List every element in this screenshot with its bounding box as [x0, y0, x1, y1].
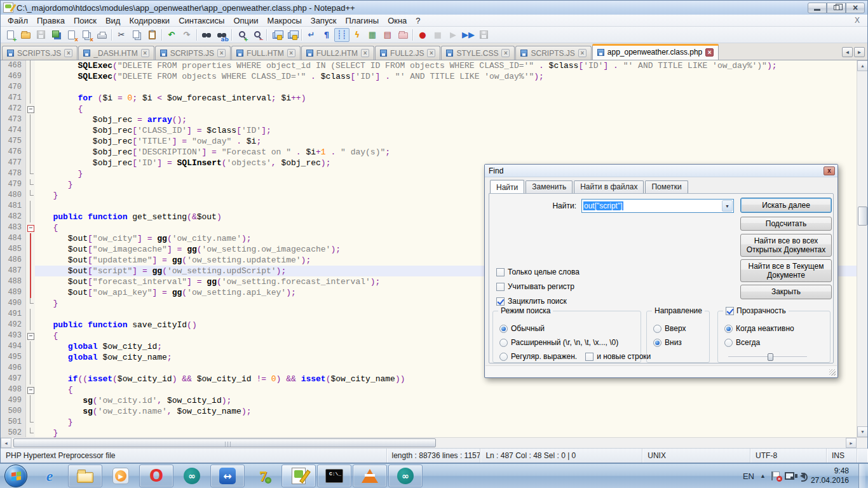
tab-SCRIPTS.JS[interactable]: SCRIPTS.JS×: [2, 46, 78, 60]
fold-margin[interactable]: [26, 125, 35, 136]
dialog-button-3[interactable]: Найти все во всех Открытых Документах: [740, 234, 832, 257]
fold-margin[interactable]: [26, 320, 35, 330]
taskbar-windows-explorer[interactable]: [68, 464, 102, 487]
fold-margin[interactable]: [26, 201, 35, 212]
tab-close-icon[interactable]: ×: [217, 49, 226, 57]
code-line-501[interactable]: 501 }: [1, 417, 857, 428]
scroll-left-icon[interactable]: ◄: [1, 438, 11, 448]
code-line-468[interactable]: 468 SQLExec("DELETE FROM properties WHER…: [1, 60, 857, 71]
macro-record-button[interactable]: ●: [415, 28, 430, 42]
fold-margin[interactable]: [26, 428, 35, 437]
close-button[interactable]: x: [64, 28, 79, 42]
find-what-combobox[interactable]: out["script"] ▼: [581, 199, 734, 213]
taskbar-opera[interactable]: O: [139, 464, 173, 487]
redo-button[interactable]: ↷: [179, 28, 194, 42]
close-document-button[interactable]: X: [850, 16, 865, 25]
direction-group-option-2-radio[interactable]: [653, 339, 661, 347]
undo-button[interactable]: ↶: [164, 28, 179, 42]
find-option-3-checkbox[interactable]: [496, 297, 505, 306]
restore-button[interactable]: [827, 3, 846, 13]
tab-scroll-right-icon[interactable]: ►: [854, 47, 865, 57]
search-mode-group-extra-checkbox[interactable]: [585, 353, 593, 361]
word-wrap-button[interactable]: ↵: [304, 28, 319, 42]
vertical-scroll-thumb[interactable]: [858, 207, 867, 226]
horizontal-scroll-thumb[interactable]: [13, 438, 436, 447]
menu-item-Поиск[interactable]: Поиск: [69, 15, 101, 26]
dialog-button-2[interactable]: Подсчитать: [740, 217, 832, 231]
function-completion-button[interactable]: ϟ: [349, 28, 365, 42]
fold-margin[interactable]: [26, 406, 35, 417]
horizontal-scrollbar[interactable]: ◄ ►: [1, 437, 867, 448]
find-dialog-titlebar[interactable]: Find: [485, 165, 837, 177]
folder-as-workspace-button[interactable]: [395, 28, 410, 42]
fold-margin[interactable]: [26, 190, 35, 201]
find-tab-Найти[interactable]: Найти: [490, 180, 524, 194]
fold-margin[interactable]: [26, 330, 35, 341]
cut-button[interactable]: ✂: [114, 28, 129, 42]
code-line-472[interactable]: 472 {: [1, 104, 857, 114]
fold-margin[interactable]: [26, 60, 35, 71]
paste-button[interactable]: [144, 28, 159, 42]
resize-grip-icon[interactable]: [829, 369, 836, 376]
transparency-slider[interactable]: [728, 353, 807, 361]
taskbar-update-tool[interactable]: 7: [246, 464, 280, 487]
direction-group-option-1-radio[interactable]: [653, 325, 661, 333]
code-line-502[interactable]: 502 }: [1, 428, 857, 437]
title-bar[interactable]: C:\_majordomo\htdocs\modules\app_openwea…: [1, 1, 867, 15]
fold-margin[interactable]: [26, 147, 35, 158]
clock[interactable]: 9:48 27.04.2016: [811, 466, 853, 485]
find-option-1-checkbox[interactable]: [496, 268, 505, 276]
code-line-470[interactable]: 470: [1, 82, 857, 93]
find-tab-Найти в файлах[interactable]: Найти в файлах: [574, 180, 644, 193]
fold-margin[interactable]: [26, 352, 35, 363]
slider-thumb[interactable]: [768, 353, 773, 361]
taskbar-arduino[interactable]: ∞: [175, 464, 209, 487]
code-line-471[interactable]: 471 for ($i = 0; $i < $ow_forecast_inter…: [1, 93, 857, 104]
search-mode-group-option-1-radio[interactable]: [499, 325, 508, 333]
copy-button[interactable]: [129, 28, 144, 42]
language-indicator[interactable]: EN: [743, 471, 754, 481]
vertical-scrollbar[interactable]: ▲ ▼: [857, 60, 867, 437]
fold-margin[interactable]: [26, 395, 35, 406]
fold-margin[interactable]: [26, 341, 35, 352]
scroll-up-icon[interactable]: ▲: [857, 60, 867, 71]
fold-margin[interactable]: [26, 298, 35, 309]
search-mode-group-option-2[interactable]: Расширенный (\r, \n, \t, \x..., \0): [499, 338, 618, 347]
find-option-2-checkbox[interactable]: [496, 283, 505, 291]
zoom-out-button[interactable]: −: [249, 28, 264, 42]
fold-margin[interactable]: [26, 266, 35, 276]
tab-close-icon[interactable]: ×: [361, 49, 369, 57]
tab-close-icon[interactable]: ×: [287, 49, 295, 57]
fold-margin[interactable]: [26, 222, 35, 233]
code-line-475[interactable]: 475 $obj_rec['TITLE'] = "ow_day" . $i;: [1, 136, 857, 147]
sync-vertical-button[interactable]: [269, 28, 284, 42]
code-line-500[interactable]: 500 sg('ow_city.name', $ow_city_name);: [1, 406, 857, 417]
status-eol-format[interactable]: UNIX: [642, 449, 750, 463]
tab-SCRIPTS.JS[interactable]: SCRIPTS.JS×: [155, 46, 231, 60]
tab-close-icon[interactable]: ×: [501, 49, 510, 57]
transparency-group-option-2[interactable]: Всегда: [724, 338, 760, 347]
minimize-button[interactable]: [808, 3, 827, 13]
find-tab-Пометки[interactable]: Пометки: [645, 180, 688, 193]
code-line-473[interactable]: 473 $obj_rec = array();: [1, 114, 857, 125]
tab-close-icon[interactable]: ×: [705, 48, 714, 57]
dialog-button-1[interactable]: Искать далее: [740, 198, 832, 213]
menu-item-Синтаксисы[interactable]: Синтаксисы: [174, 15, 229, 26]
search-mode-group-option-2-radio[interactable]: [499, 339, 508, 347]
fold-margin[interactable]: [26, 276, 35, 287]
tab-STYLE.CSS[interactable]: STYLE.CSS×: [441, 46, 515, 60]
scroll-right-icon[interactable]: ►: [846, 438, 857, 448]
tab-close-icon[interactable]: ×: [64, 49, 72, 57]
tab-app_openweather.class.php[interactable]: app_openweather.class.php×: [592, 44, 719, 60]
menu-item-Макросы[interactable]: Макросы: [263, 15, 306, 26]
new-file-button[interactable]: +: [3, 28, 18, 42]
taskbar-notepad-plus-plus[interactable]: [281, 464, 316, 487]
fold-margin[interactable]: [26, 179, 35, 190]
search-mode-group-option-3[interactable]: Регуляр. выражен.и новые строки: [499, 352, 651, 361]
fold-margin[interactable]: [26, 82, 35, 93]
tab-close-icon[interactable]: ×: [141, 49, 149, 57]
macro-run-multiple-button[interactable]: ▶▶: [461, 28, 476, 42]
menu-item-Вид[interactable]: Вид: [101, 15, 125, 26]
menu-item-Плагины[interactable]: Плагины: [341, 15, 383, 26]
network-icon[interactable]: [785, 472, 794, 480]
